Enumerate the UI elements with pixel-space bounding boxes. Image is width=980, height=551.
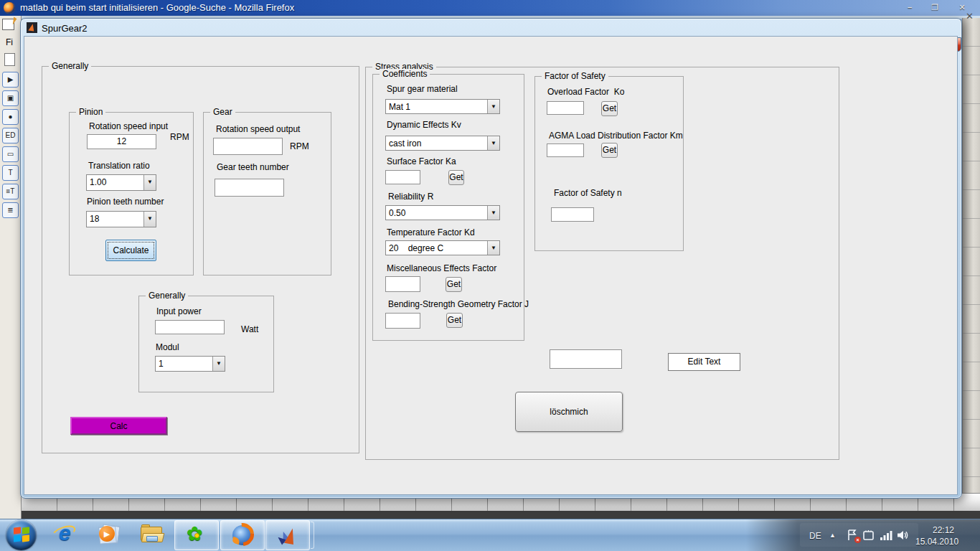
dropdown-arrow-icon[interactable]: ▼	[487, 241, 499, 255]
tray-window-icon[interactable]	[862, 529, 875, 542]
gear-group-label: Gear	[210, 107, 235, 117]
firefox-icon	[232, 525, 253, 545]
gear-teeth-field[interactable]	[215, 179, 284, 197]
guide-radiobutton-icon[interactable]: ●	[2, 109, 19, 125]
translation-ratio-value: 1.00	[90, 177, 106, 187]
loeschmich-button[interactable]: löschmich	[515, 392, 623, 432]
pinion-teeth-number-label: Pinion teeth number	[87, 197, 164, 207]
generally-inner-label: Generally	[146, 291, 188, 301]
rpm-label-pinion: RPM	[170, 132, 189, 142]
matlab-stacked-windows-edge[interactable]	[311, 522, 314, 549]
firefox-restore-button[interactable]: ❐	[924, 2, 946, 13]
dynamic-effects-dropdown[interactable]: cast iron ▼	[385, 136, 500, 151]
guide-window-left-edge: Fi ▶ ▣ ● ED ▭ T ≡T ≣	[0, 16, 22, 519]
generally-group-label: Generally	[49, 61, 91, 71]
translation-ratio-label: Translation ratio	[88, 161, 150, 171]
clock-date[interactable]: 15.04.2010	[915, 537, 958, 547]
bending-strength-label: Bending-Strength Geometry Factor J	[388, 299, 529, 309]
guide-edittext-icon[interactable]: ED	[2, 128, 19, 143]
calculate-button[interactable]: Calculate	[105, 240, 156, 261]
agma-load-label: AGMA Load Distribution Factor Km	[549, 131, 683, 141]
start-button[interactable]	[6, 519, 37, 550]
language-indicator[interactable]: DE	[809, 531, 821, 541]
dropdown-arrow-icon[interactable]: ▼	[143, 212, 156, 227]
folder-clip	[146, 536, 158, 542]
firefox-app-icon	[4, 2, 15, 14]
start-flag-blue	[14, 534, 21, 542]
input-power-label: Input power	[156, 306, 202, 316]
dropdown-arrow-icon[interactable]: ▼	[212, 357, 225, 371]
firefox-minimize-button[interactable]: –	[899, 2, 920, 13]
factor-of-safety-n-field[interactable]	[551, 207, 594, 222]
new-document-icon[interactable]	[4, 53, 15, 66]
network-signal-icon[interactable]	[880, 529, 892, 542]
icq-flower-center	[194, 533, 199, 538]
overload-factor-field[interactable]	[547, 101, 584, 115]
rotation-speed-input-field[interactable]: 12	[87, 134, 156, 149]
dropdown-arrow-icon[interactable]: ▼	[487, 136, 499, 150]
free-text-field[interactable]	[550, 349, 622, 369]
bending-strength-field[interactable]	[385, 313, 420, 329]
guide-app-icon	[2, 19, 14, 30]
firefox-titlebar[interactable]: matlab qui beim start initialisieren - G…	[0, 0, 980, 16]
explorer-taskbar-icon[interactable]	[141, 524, 165, 546]
dropdown-arrow-icon[interactable]: ▼	[487, 100, 499, 113]
guide-popupmenu-icon[interactable]: ▭	[2, 146, 19, 162]
agma-load-field[interactable]	[547, 143, 584, 157]
show-hidden-icons-arrow[interactable]: ▲	[829, 532, 836, 539]
start-flag-green	[22, 527, 29, 534]
overload-get-button[interactable]: Get	[601, 101, 618, 116]
window-title: SpurGear2	[42, 23, 88, 34]
factor-of-safety-n-label: Factor of Safety n	[554, 188, 622, 198]
modul-dropdown[interactable]: 1 ▼	[155, 356, 225, 372]
guide-table-icon[interactable]: ≣	[2, 202, 19, 218]
spur-gear-material-label: Spur gear material	[387, 84, 458, 94]
internet-explorer-taskbar-icon[interactable]: e	[55, 522, 80, 548]
calc-button[interactable]: Calc	[70, 417, 167, 435]
edit-text-button[interactable]: Edit Text	[668, 353, 740, 371]
agma-get-button[interactable]: Get	[601, 143, 618, 158]
gear-teeth-number-label: Gear teeth number	[217, 162, 289, 172]
temperature-factor-label: Temperature Factor Kd	[387, 227, 475, 237]
volume-speaker-icon[interactable]	[896, 529, 909, 542]
rpm-label-gear: RPM	[290, 141, 309, 151]
pinion-teeth-value: 18	[90, 214, 99, 224]
bending-strength-get-button[interactable]: Get	[446, 313, 463, 328]
spur-gear-material-dropdown[interactable]: Mat 1 ▼	[385, 99, 500, 114]
reliability-value: 0.50	[389, 208, 405, 218]
surface-factor-get-button[interactable]: Get	[448, 170, 464, 185]
desktop: matlab qui beim start initialisieren - G…	[0, 0, 980, 551]
firefox-window-title: matlab qui beim start initialisieren - G…	[20, 2, 294, 13]
guide-pushbutton-icon[interactable]: ▣	[2, 90, 19, 106]
modul-label: Modul	[156, 342, 179, 352]
overload-factor-label: Overload Factor Ko	[547, 87, 624, 97]
clock-time[interactable]: 22:12	[933, 525, 954, 535]
rotation-speed-output-label: Rotation speed output	[216, 124, 300, 134]
translation-ratio-dropdown[interactable]: 1.00 ▼	[86, 174, 156, 191]
surface-factor-field[interactable]	[385, 170, 420, 184]
temperature-factor-dropdown[interactable]: 20 degree C ▼	[385, 240, 500, 255]
misc-effects-get-button[interactable]: Get	[446, 277, 462, 292]
input-power-field[interactable]	[155, 320, 225, 334]
guide-statictext-icon[interactable]: T	[2, 165, 19, 181]
action-center-flag-icon[interactable]: ×	[846, 529, 859, 542]
matlab-taskbar-button[interactable]	[265, 520, 310, 550]
guide-listbox-icon[interactable]: ≡T	[2, 184, 19, 199]
guide-window-right-edge	[962, 18, 980, 494]
rotation-speed-output-field[interactable]	[213, 138, 283, 155]
guide-select-tool-icon[interactable]: ▶	[2, 72, 19, 88]
misc-effects-label: Miscellaneous Effects Factor	[387, 263, 496, 273]
matlab-icon	[279, 526, 299, 546]
guide-file-menu[interactable]: Fi	[6, 37, 13, 47]
media-player-taskbar-icon[interactable]: ▶	[98, 524, 121, 547]
factor-of-safety-label: Factor of Safety	[542, 71, 608, 81]
firefox-taskbar-button[interactable]	[220, 520, 265, 550]
reliability-dropdown[interactable]: 0.50 ▼	[385, 205, 500, 220]
pinion-teeth-dropdown[interactable]: 18 ▼	[86, 211, 156, 227]
dropdown-arrow-icon[interactable]: ▼	[143, 175, 156, 190]
coefficients-label: Coefficients	[380, 69, 430, 79]
icq-taskbar-button[interactable]: ✿	[174, 520, 219, 550]
misc-effects-field[interactable]	[385, 276, 420, 292]
dropdown-arrow-icon[interactable]: ▼	[487, 206, 499, 220]
guide-close-button[interactable]: ✕	[966, 11, 974, 22]
